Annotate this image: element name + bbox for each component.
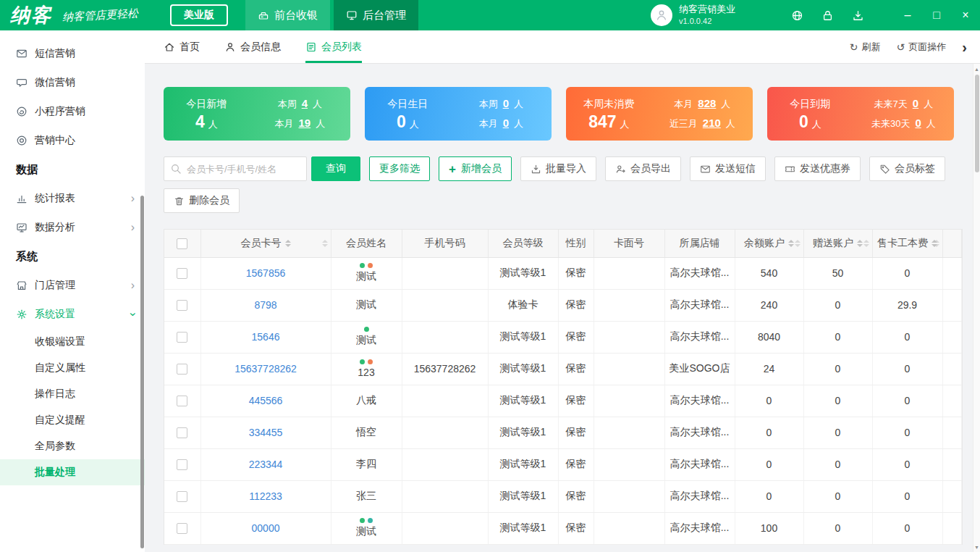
row-checkbox[interactable] bbox=[177, 396, 187, 406]
sidebar-item-label: 数据分析 bbox=[35, 221, 75, 234]
sidebar-item[interactable]: 营销中心 bbox=[0, 126, 145, 155]
brand-slogan: 纳客管店更轻松 bbox=[62, 7, 139, 24]
stat-detail-link[interactable]: 19 bbox=[298, 117, 311, 129]
member-card-no[interactable]: 223344 bbox=[200, 448, 331, 480]
nav-front-cashier[interactable]: 前台收银 bbox=[245, 0, 330, 30]
member-card-no[interactable]: 8798 bbox=[200, 289, 331, 321]
empty-cell bbox=[942, 385, 962, 417]
row-checkbox[interactable] bbox=[177, 268, 187, 279]
sidebar-subitem[interactable]: 操作日志 bbox=[0, 381, 145, 407]
filter-icon[interactable] bbox=[934, 240, 939, 247]
tab-member-info[interactable]: 会员信息 bbox=[224, 30, 281, 63]
minimize-button[interactable]: – bbox=[893, 0, 922, 30]
member-card-no[interactable]: 15637728262 bbox=[200, 353, 331, 385]
nav-backend-admin[interactable]: 后台管理 bbox=[334, 0, 418, 30]
send-sms-button[interactable]: 发送短信 bbox=[690, 156, 766, 181]
filter-icon[interactable] bbox=[322, 240, 328, 247]
scroll-down-icon[interactable]: ▼ bbox=[973, 543, 980, 551]
lock-button[interactable] bbox=[812, 0, 842, 30]
chevron-right-icon[interactable]: › bbox=[962, 40, 967, 54]
stat-detail-link[interactable]: 210 bbox=[703, 117, 721, 129]
member-tags-button[interactable]: 会员标签 bbox=[869, 156, 945, 181]
sidebar-subitem[interactable]: 全局参数 bbox=[0, 433, 145, 459]
sort-icon[interactable] bbox=[788, 240, 794, 247]
stat-detail-link[interactable]: 0 bbox=[503, 97, 509, 109]
sidebar-item[interactable]: 短信营销 bbox=[0, 39, 145, 68]
stat-detail-link[interactable]: 0 bbox=[503, 117, 509, 129]
main-area: 首页会员信息会员列表 ↻ 刷新 ↺ 页面操作 › 今日新增4人本周4人本月19人… bbox=[145, 30, 980, 552]
sidebar-item-label: 营销中心 bbox=[35, 134, 75, 147]
sort-icon[interactable] bbox=[857, 240, 863, 247]
sidebar-item-label: 短信营销 bbox=[35, 47, 75, 60]
search-input[interactable] bbox=[164, 157, 306, 180]
stat-detail-link[interactable]: 0 bbox=[913, 97, 918, 109]
row-checkbox[interactable] bbox=[177, 332, 187, 343]
more-filters-button[interactable]: 更多筛选 bbox=[369, 156, 430, 181]
globe-button[interactable] bbox=[782, 0, 812, 30]
filter-icon[interactable] bbox=[795, 240, 801, 247]
member-card-no[interactable]: 334455 bbox=[200, 417, 331, 448]
sidebar-item[interactable]: 数据分析› bbox=[0, 213, 145, 242]
checkbox-cell bbox=[164, 480, 200, 512]
column-header[interactable]: 余额账户 bbox=[735, 230, 803, 257]
scroll-thumb[interactable] bbox=[975, 75, 979, 172]
add-member-button[interactable]: + 新增会员 bbox=[439, 156, 512, 181]
filter-icon[interactable] bbox=[863, 240, 869, 247]
delete-member-label: 删除会员 bbox=[189, 194, 229, 207]
avatar[interactable] bbox=[651, 4, 672, 26]
row-checkbox[interactable] bbox=[177, 364, 187, 375]
sidebar-item[interactable]: 系统设置› bbox=[0, 300, 145, 329]
sidebar-item[interactable]: 小程序营销 bbox=[0, 97, 145, 126]
page-operations-button[interactable]: ↺ 页面操作 bbox=[897, 41, 947, 54]
column-header[interactable]: 会员卡号 bbox=[200, 230, 331, 257]
member-row: 223344李四测试等级1保密高尔夫球馆...000 bbox=[164, 448, 962, 480]
member-card-no[interactable]: 112233 bbox=[200, 480, 331, 512]
delete-member-button[interactable]: 删除会员 bbox=[164, 188, 240, 213]
member-card-no[interactable]: 1567856 bbox=[200, 257, 331, 289]
stat-card-detail: 本周0人本月0人 bbox=[451, 87, 552, 141]
sidebar-subitem[interactable]: 收银端设置 bbox=[0, 329, 145, 355]
stat-detail-link[interactable]: 0 bbox=[915, 117, 921, 129]
search-button[interactable]: 查询 bbox=[311, 156, 360, 181]
sidebar-scrollbar-thumb[interactable] bbox=[140, 196, 144, 548]
column-header[interactable]: 售卡工本费 bbox=[872, 230, 942, 257]
empty-cell bbox=[942, 353, 962, 385]
scroll-up-icon[interactable]: ▲ bbox=[973, 64, 980, 73]
sidebar-item[interactable]: 微信营销 bbox=[0, 68, 145, 97]
sort-icon[interactable] bbox=[285, 240, 291, 247]
stat-detail-link[interactable]: 828 bbox=[698, 97, 716, 109]
row-checkbox[interactable] bbox=[177, 491, 187, 502]
member-export-button[interactable]: 会员导出 bbox=[605, 156, 681, 181]
select-all-checkbox[interactable] bbox=[177, 238, 187, 249]
column-header-label: 会员卡号 bbox=[241, 237, 282, 248]
batch-import-button[interactable]: 批量导入 bbox=[520, 156, 596, 181]
sidebar-subitem[interactable]: 批量处理 bbox=[0, 459, 145, 485]
tab-member-list[interactable]: 会员列表 bbox=[305, 30, 362, 63]
sidebar-item[interactable]: 统计报表› bbox=[0, 184, 145, 213]
balance-account: 0 bbox=[735, 385, 803, 417]
edition-button[interactable]: 美业版 bbox=[170, 4, 228, 26]
stat-card-detail: 本周4人本月19人 bbox=[250, 87, 350, 141]
main-scrollbar[interactable]: ▲ ▼ bbox=[973, 64, 980, 552]
send-coupon-button[interactable]: 发送优惠券 bbox=[774, 156, 861, 181]
stat-detail-link[interactable]: 4 bbox=[302, 97, 308, 109]
card-fee: 0 bbox=[872, 257, 942, 289]
row-checkbox[interactable] bbox=[177, 459, 187, 470]
member-card-no[interactable]: 00000 bbox=[200, 512, 331, 544]
maximize-button[interactable]: □ bbox=[922, 0, 951, 30]
tab-home[interactable]: 首页 bbox=[164, 30, 200, 63]
member-card-no[interactable]: 445566 bbox=[200, 385, 331, 417]
column-header[interactable]: 赠送账户 bbox=[803, 230, 872, 257]
member-store: 高尔夫球馆... bbox=[664, 480, 735, 512]
close-button[interactable]: × bbox=[951, 0, 980, 30]
sidebar-item-label: 系统设置 bbox=[35, 308, 75, 321]
row-checkbox[interactable] bbox=[177, 523, 187, 534]
member-card-no[interactable]: 15646 bbox=[200, 321, 331, 353]
sidebar-subitem[interactable]: 自定义属性 bbox=[0, 355, 145, 381]
sidebar-subitem[interactable]: 自定义提醒 bbox=[0, 407, 145, 433]
sidebar-item[interactable]: 门店管理› bbox=[0, 271, 145, 300]
refresh-button[interactable]: ↻ 刷新 bbox=[850, 41, 881, 54]
row-checkbox[interactable] bbox=[177, 427, 187, 438]
row-checkbox[interactable] bbox=[177, 300, 187, 311]
download-button[interactable] bbox=[842, 0, 873, 30]
